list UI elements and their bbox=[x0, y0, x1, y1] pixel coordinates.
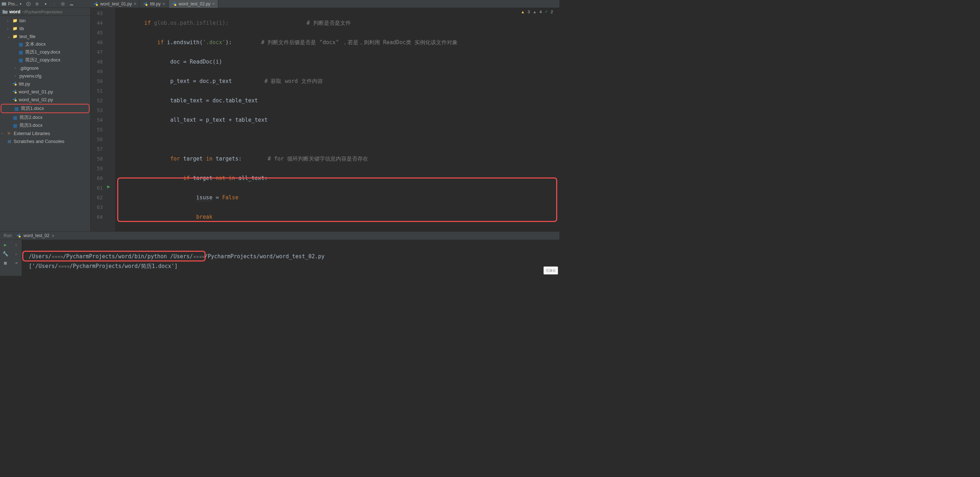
arrow-up-icon[interactable]: ↑ bbox=[15, 242, 18, 247]
typo-icon: ✓ bbox=[545, 10, 548, 14]
svg-point-13 bbox=[19, 236, 21, 238]
tree-file-tttt[interactable]: tttt.py bbox=[0, 80, 90, 88]
collapse-icon[interactable] bbox=[35, 2, 40, 6]
tab-label: tttt.py bbox=[150, 2, 160, 6]
editor[interactable]: 4344454647484950515253545556575859606162… bbox=[91, 8, 559, 231]
watermark: 亿速云 bbox=[544, 266, 558, 274]
run-gutter-icon[interactable]: ▶ bbox=[107, 184, 110, 189]
close-icon[interactable]: × bbox=[134, 1, 137, 6]
close-icon[interactable]: × bbox=[51, 233, 54, 239]
project-label: Pro... bbox=[8, 2, 18, 6]
arrow-down-icon[interactable]: ↓ bbox=[15, 251, 18, 257]
tree-file-jl2[interactable]: ▦简历2.docx bbox=[0, 114, 90, 121]
python-icon bbox=[12, 89, 17, 94]
target-icon[interactable] bbox=[26, 2, 31, 6]
close-icon[interactable]: × bbox=[162, 1, 165, 6]
warning-count: 3 bbox=[528, 10, 530, 14]
tree-file-gitignore[interactable]: ▫.gitignore bbox=[0, 64, 90, 72]
tree-folder-test-file[interactable]: ⌄📁test_file bbox=[0, 32, 90, 40]
breadcrumb-path: ~/PycharmProjects/wor bbox=[22, 10, 62, 14]
svg-point-7 bbox=[96, 4, 98, 6]
warning-icon: ▲ bbox=[521, 10, 525, 14]
tree-folder-lib[interactable]: ›📁lib bbox=[0, 24, 90, 32]
inspection-bar[interactable]: ▲3 ▲4 ✓2 bbox=[521, 10, 553, 14]
run-icon[interactable]: ▶ bbox=[4, 242, 7, 247]
breadcrumb[interactable]: word ~/PycharmProjects/wor bbox=[0, 8, 90, 16]
minimize-icon[interactable] bbox=[69, 2, 74, 6]
fold-gutter: ▶ bbox=[106, 8, 115, 231]
run-label: Run: bbox=[3, 233, 13, 238]
tree-file-pyvenv[interactable]: ▫pyvenv.cfg bbox=[0, 72, 90, 80]
wrench-icon[interactable]: 🔧 bbox=[3, 251, 8, 257]
chevron-down-icon: ▾ bbox=[20, 2, 22, 6]
code-area[interactable]: if glob.os.path.isfile(i): # 判断是否是文件 if … bbox=[115, 8, 559, 231]
project-sidebar: word ~/PycharmProjects/wor ›📁bin ›📁lib ⌄… bbox=[0, 8, 91, 231]
svg-point-8 bbox=[146, 4, 147, 6]
svg-point-9 bbox=[174, 4, 176, 6]
weak-warning-count: 4 bbox=[539, 10, 542, 14]
run-panel: ▶ 🔧 ■ ↑ ↓ ⇥ /Users/▪▪▪▪/PycharmProjects/… bbox=[0, 240, 559, 276]
svg-rect-0 bbox=[2, 2, 6, 5]
run-toolbar-arrows: ↑ ↓ ⇥ bbox=[11, 240, 22, 276]
svg-point-11 bbox=[15, 92, 16, 93]
tree-file-jl1-copy[interactable]: ▦简历1_copy.docx bbox=[0, 48, 90, 56]
expand-icon[interactable] bbox=[43, 2, 48, 6]
tab-word-test-02[interactable]: word_test_02.py × bbox=[169, 0, 218, 8]
file-tree: ›📁bin ›📁lib ⌄📁test_file ▦文本.docx ▦简历1_co… bbox=[0, 16, 90, 146]
top-toolbar: Pro... ▾ word_test_01.py × tttt.py × wor… bbox=[0, 0, 559, 8]
folder-icon bbox=[2, 9, 8, 15]
tab-label: word_test_02.py bbox=[179, 2, 210, 6]
python-icon bbox=[172, 2, 177, 6]
editor-tabs: word_test_01.py × tttt.py × word_test_02… bbox=[91, 0, 218, 8]
project-selector[interactable]: Pro... ▾ bbox=[2, 2, 22, 6]
tree-file-jl2-copy[interactable]: ▦简历2_copy.docx bbox=[0, 56, 90, 64]
svg-point-2 bbox=[28, 3, 29, 4]
tree-file-wt02[interactable]: word_test_02.py bbox=[0, 95, 90, 103]
close-icon[interactable]: × bbox=[212, 1, 215, 6]
tree-file-jl3[interactable]: ▦简历3.docx bbox=[0, 121, 90, 129]
tree-file-wt01[interactable]: word_test_01.py bbox=[0, 88, 90, 95]
highlighted-file-box: ▦简历1.docx bbox=[1, 104, 89, 113]
wrap-icon[interactable]: ⇥ bbox=[15, 260, 18, 265]
gear-icon[interactable] bbox=[60, 2, 65, 6]
line-gutter: 4344454647484950515253545556575859606162… bbox=[91, 8, 106, 231]
svg-point-5 bbox=[62, 3, 64, 5]
project-icon bbox=[2, 2, 6, 6]
python-icon bbox=[143, 2, 148, 6]
tab-word-test-01[interactable]: word_test_01.py × bbox=[91, 0, 140, 8]
run-panel-header: Run: word_test_02 × bbox=[0, 231, 559, 240]
tree-folder-bin[interactable]: ›📁bin bbox=[0, 16, 90, 24]
tree-external-libs[interactable]: ›⊪External Libraries bbox=[0, 129, 90, 137]
python-icon bbox=[94, 2, 99, 6]
python-icon bbox=[16, 233, 21, 238]
typo-count: 2 bbox=[551, 10, 553, 14]
run-tab-label: word_test_02 bbox=[23, 233, 49, 238]
stop-icon[interactable]: ■ bbox=[4, 260, 7, 265]
tab-label: word_test_01.py bbox=[100, 2, 132, 6]
svg-point-10 bbox=[15, 84, 16, 86]
divider-icon bbox=[52, 2, 57, 6]
tab-tttt[interactable]: tttt.py × bbox=[140, 0, 168, 8]
console-output[interactable]: /Users/▪▪▪▪/PycharmProjects/word/bin/pyt… bbox=[22, 240, 559, 276]
tree-file-text-docx[interactable]: ▦文本.docx bbox=[0, 40, 90, 48]
python-icon bbox=[12, 97, 17, 102]
run-tab[interactable]: word_test_02 × bbox=[16, 233, 54, 239]
svg-point-12 bbox=[15, 100, 16, 101]
breadcrumb-root: word bbox=[10, 9, 21, 14]
tree-file-jl1[interactable]: ▦简历1.docx bbox=[2, 105, 89, 113]
weak-warning-icon: ▲ bbox=[533, 10, 537, 14]
svg-rect-3 bbox=[45, 3, 46, 5]
python-icon bbox=[12, 81, 17, 86]
tree-scratches[interactable]: ▤Scratches and Consoles bbox=[0, 137, 90, 145]
run-toolbar-left: ▶ 🔧 ■ bbox=[0, 240, 11, 276]
